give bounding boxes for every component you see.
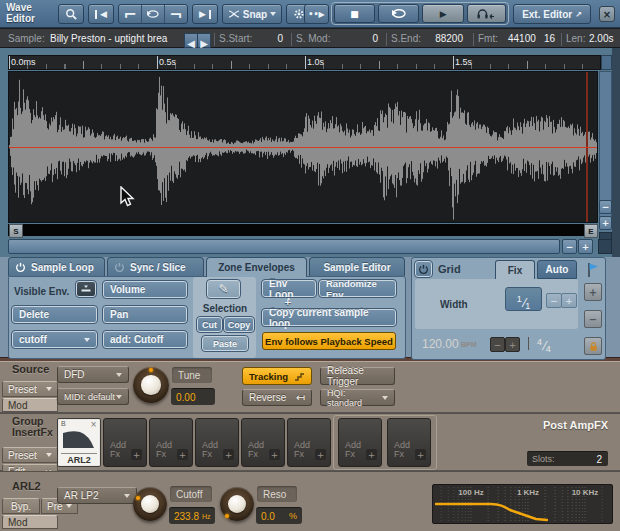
- sample-name[interactable]: Billy Preston - uptight brea: [50, 33, 167, 44]
- loop-start-icon[interactable]: ⌐: [119, 5, 142, 23]
- midi-dropdown[interactable]: MIDI: default: [57, 388, 129, 405]
- tracking-button[interactable]: Tracking: [242, 367, 312, 385]
- ruler-corner-button[interactable]: [601, 55, 612, 70]
- copy-current-sample-loop-button[interactable]: Copy current sample loop: [262, 309, 396, 326]
- play-button[interactable]: ▶: [422, 4, 463, 23]
- bpm-decrease-button[interactable]: −: [490, 337, 505, 352]
- move-icon[interactable]: +: [284, 297, 292, 307]
- add-fx-plus-icon[interactable]: +: [177, 449, 188, 460]
- cutoff-knob[interactable]: [133, 487, 167, 521]
- fx-slot-empty[interactable]: AddFx +: [287, 418, 331, 467]
- fx-slot-empty[interactable]: AddFx +: [103, 418, 147, 467]
- reso-value[interactable]: 0.0 %: [256, 507, 302, 524]
- arl2-header: ARL2: [12, 481, 41, 492]
- grid-lock-button[interactable]: [584, 337, 602, 355]
- add-fx-plus-icon[interactable]: +: [366, 449, 377, 460]
- skip-to-start-button[interactable]: ◀: [88, 4, 114, 24]
- env-loop-button[interactable]: Env Loop: [262, 280, 316, 297]
- timeline-ruler[interactable]: 0.0ms 0.5s 1.0s 1.5s: [8, 55, 601, 70]
- cut-button[interactable]: Cut: [197, 317, 222, 332]
- horizontal-scrollbar[interactable]: [8, 239, 560, 254]
- fx-slot-empty[interactable]: AddFx +: [241, 418, 285, 467]
- add-fx-plus-icon[interactable]: +: [315, 449, 326, 460]
- add-fx-plus-icon[interactable]: +: [131, 449, 142, 460]
- vertical-zoom-out-button[interactable]: −: [599, 200, 612, 214]
- s-mod-value[interactable]: 0: [348, 33, 378, 44]
- envelope-select-dropdown[interactable]: cutoff: [12, 331, 97, 348]
- hqi-dropdown[interactable]: HQI: standard: [320, 389, 395, 406]
- reverse-button[interactable]: Reverse ↤: [242, 389, 312, 406]
- copy-button[interactable]: Copy: [224, 317, 254, 332]
- prev-sample-button[interactable]: ◀: [184, 33, 198, 48]
- stop-button[interactable]: ■: [334, 4, 375, 23]
- audition-button[interactable]: [467, 4, 506, 23]
- next-sample-button[interactable]: ▶: [197, 33, 211, 48]
- sample-start-marker[interactable]: S: [9, 224, 23, 238]
- pan-envelope-button[interactable]: Pan: [103, 306, 187, 323]
- grid-auto-tab[interactable]: Auto: [537, 260, 577, 279]
- tab-sample-editor[interactable]: Sample Editor: [309, 257, 405, 276]
- grid-add-marker-button[interactable]: +: [584, 283, 602, 301]
- group-preset-tab[interactable]: Preset: [2, 447, 58, 463]
- loop-icon[interactable]: [142, 5, 165, 23]
- time-signature[interactable]: 4/4: [537, 335, 551, 354]
- fx-slot-empty[interactable]: AddFx +: [195, 418, 239, 467]
- tune-value[interactable]: 0.00: [171, 388, 215, 405]
- width-decrease-button[interactable]: −: [546, 293, 562, 308]
- reso-knob[interactable]: [220, 487, 254, 521]
- loop-playback-icon: [391, 8, 407, 19]
- arl2-bypass-tab[interactable]: Byp.: [2, 498, 40, 514]
- zoom-tool-button[interactable]: [58, 4, 84, 24]
- grid-width-value[interactable]: 1/1: [505, 287, 542, 311]
- grid-remove-marker-button[interactable]: −: [584, 310, 602, 328]
- randomize-env-button[interactable]: Randomize Env: [319, 280, 396, 297]
- width-increase-button[interactable]: +: [561, 293, 577, 308]
- arl2-mod-tab[interactable]: Mod: [2, 515, 58, 529]
- source-mod-tab[interactable]: Mod: [2, 398, 58, 412]
- add-cutoff-button[interactable]: add: Cutoff: [103, 331, 187, 348]
- snap-dropdown-button[interactable]: Snap: [222, 4, 282, 24]
- fx-slot-post-empty[interactable]: AddFx +: [387, 418, 431, 467]
- tune-knob[interactable]: [133, 367, 169, 403]
- fx-slot-empty[interactable]: AddFx +: [149, 418, 193, 467]
- volume-envelope-button[interactable]: Volume: [103, 281, 187, 298]
- filter-type-dropdown[interactable]: AR LP2: [57, 487, 137, 504]
- delete-envelope-button[interactable]: Delete: [12, 306, 97, 323]
- visible-env-display-button[interactable]: [76, 281, 96, 297]
- add-fx-plus-icon[interactable]: +: [223, 449, 234, 460]
- s-end-value[interactable]: 88200: [425, 33, 463, 44]
- bpm-value[interactable]: 120.00: [422, 337, 459, 351]
- tab-sync-slice[interactable]: Sync / Slice: [107, 257, 204, 276]
- scroll-zoom-in-button[interactable]: +: [578, 239, 593, 254]
- draw-tool-button[interactable]: ✎: [207, 280, 240, 298]
- loop-playback-button[interactable]: [378, 4, 419, 23]
- auto-advance-button[interactable]: ••▶: [304, 4, 329, 24]
- scroll-zoom-out-button[interactable]: −: [562, 239, 577, 254]
- tab-sample-loop[interactable]: Sample Loop: [8, 257, 105, 276]
- paste-button[interactable]: Paste: [202, 336, 248, 351]
- vertical-zoom-in-button[interactable]: +: [599, 216, 612, 230]
- source-preset-tab[interactable]: Preset: [2, 381, 58, 397]
- env-follows-playback-speed-button[interactable]: Env follows Playback Speed: [262, 332, 396, 350]
- add-fx-plus-icon[interactable]: +: [415, 449, 426, 460]
- flag-icon[interactable]: [586, 262, 600, 278]
- grid-fix-tab[interactable]: Fix: [495, 260, 535, 279]
- ext-editor-button[interactable]: Ext. Editor ↗: [513, 4, 591, 24]
- skip-to-end-button[interactable]: ▶: [192, 4, 218, 24]
- cutoff-value[interactable]: 233.8 Hz: [169, 507, 215, 524]
- fx-slot-post-empty[interactable]: AddFx +: [338, 418, 382, 467]
- grid-power-button[interactable]: [415, 261, 432, 277]
- bpm-increase-button[interactable]: +: [505, 337, 520, 352]
- slots-field[interactable]: Slots: 2: [527, 451, 608, 466]
- waveform-display[interactable]: [8, 71, 598, 223]
- loop-end-icon[interactable]: ¬: [165, 5, 187, 23]
- s-start-value[interactable]: 0: [258, 33, 283, 44]
- source-mode-dropdown[interactable]: DFD: [57, 366, 129, 383]
- add-fx-plus-icon[interactable]: +: [269, 449, 280, 460]
- sample-end-marker[interactable]: E: [584, 224, 598, 238]
- release-trigger-button[interactable]: Release Trigger: [320, 367, 395, 385]
- close-button[interactable]: ×: [599, 6, 615, 22]
- bypass-badge[interactable]: B: [61, 420, 66, 427]
- tab-zone-envelopes[interactable]: Zone Envelopes: [206, 257, 307, 277]
- fx-slot-arl2[interactable]: B × ARL2: [57, 418, 101, 467]
